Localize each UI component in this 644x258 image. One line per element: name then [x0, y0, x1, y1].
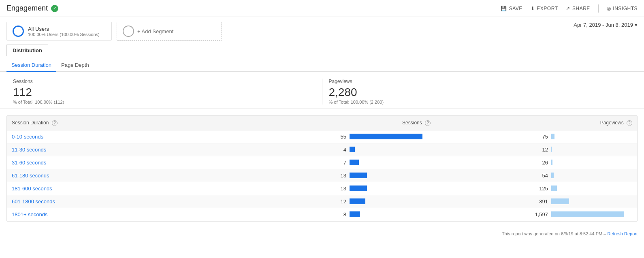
verified-icon: ✓ — [51, 5, 58, 12]
pageviews-bar — [551, 198, 569, 204]
report-generated-text: This report was generated on 6/9/19 at 8… — [502, 231, 602, 236]
all-users-segment[interactable]: All Users 100.00% Users (100.00% Session… — [6, 22, 112, 41]
pageviews-label: Pageviews — [329, 79, 631, 84]
chevron-down-icon: ▾ — [635, 22, 638, 28]
add-segment-label: + Add Segment — [137, 28, 173, 34]
sessions-count: 7 — [334, 160, 346, 166]
pageviews-count: 391 — [532, 198, 548, 205]
table-row: 601-1800 seconds 12 391 — [7, 195, 637, 208]
pageviews-cell: 125 — [435, 182, 637, 195]
sessions-cell: 13 — [228, 182, 435, 195]
sessions-bar — [350, 198, 365, 204]
pageviews-bar-container — [551, 134, 632, 139]
segment-sub: 100.00% Users (100.00% Sessions) — [28, 32, 100, 37]
sessions-bar-container — [350, 186, 431, 191]
pageviews-bar — [551, 160, 552, 165]
divider — [598, 4, 599, 13]
table-body: 0-10 seconds 55 75 11-30 seconds 4 — [7, 130, 637, 221]
sessions-count: 13 — [334, 186, 346, 192]
duration-cell[interactable]: 1801+ seconds — [7, 208, 228, 221]
table-header: Session Duration ? Sessions ? Pageviews … — [7, 116, 637, 130]
pageviews-count: 12 — [532, 147, 548, 153]
table-row: 61-180 seconds 13 54 — [7, 169, 637, 182]
export-icon: ⬇ — [531, 6, 535, 11]
add-segment-button[interactable]: + Add Segment — [117, 22, 222, 41]
pageviews-count: 26 — [532, 160, 548, 166]
page-header: Engagement ✓ 💾 SAVE ⬇ EXPORT ↗ SHARE ◎ I… — [0, 0, 644, 17]
duration-cell[interactable]: 61-180 seconds — [7, 169, 228, 182]
sessions-help-icon[interactable]: ? — [425, 120, 431, 126]
save-icon: 💾 — [501, 6, 507, 11]
pageviews-bar-container — [551, 173, 632, 178]
date-range-picker[interactable]: Apr 7, 2019 - Jun 8, 2019 ▾ — [574, 22, 638, 28]
pageviews-metric: Pageviews 2,280 % of Total: 100.00% (2,2… — [322, 79, 638, 104]
sessions-bar — [350, 147, 355, 152]
save-button[interactable]: 💾 SAVE — [501, 6, 522, 11]
pageviews-cell: 54 — [435, 169, 637, 182]
share-button[interactable]: ↗ SHARE — [566, 6, 590, 11]
segment-name: All Users — [28, 26, 100, 32]
sessions-sub: % of Total: 100.00% (112) — [13, 100, 316, 104]
share-icon: ↗ — [566, 6, 570, 11]
pageviews-cell: 12 — [435, 143, 637, 156]
pageviews-bar-container — [551, 211, 632, 217]
tabs-section: Distribution — [0, 41, 644, 56]
sessions-count: 8 — [334, 211, 346, 217]
export-button[interactable]: ⬇ EXPORT — [531, 6, 558, 11]
distribution-tab[interactable]: Distribution — [7, 45, 48, 56]
pageviews-bar — [551, 134, 554, 139]
pageviews-help-icon[interactable]: ? — [627, 120, 632, 126]
session-duration-help-icon[interactable]: ? — [52, 120, 58, 126]
pageviews-cell: 1,597 — [435, 208, 637, 221]
sessions-bar-container — [350, 211, 431, 217]
sessions-bar — [350, 160, 359, 165]
metrics-row: Sessions 112 % of Total: 100.00% (112) P… — [0, 72, 644, 109]
session-duration-subtab[interactable]: Session Duration — [6, 60, 56, 72]
sessions-bar-container — [350, 198, 431, 204]
sessions-cell: 8 — [228, 208, 435, 221]
add-segment-circle — [123, 26, 134, 37]
pageviews-bar — [551, 147, 552, 152]
sessions-count: 13 — [334, 173, 346, 179]
duration-cell[interactable]: 0-10 seconds — [7, 130, 228, 143]
date-range-label: Apr 7, 2019 - Jun 8, 2019 — [574, 22, 633, 28]
pageviews-bar-container — [551, 160, 632, 165]
pageviews-value: 2,280 — [329, 86, 631, 99]
insights-button[interactable]: ◎ INSIGHTS — [607, 6, 638, 11]
pageviews-bar — [551, 173, 554, 178]
header-left: Engagement ✓ — [6, 4, 58, 13]
pageviews-count: 125 — [532, 186, 548, 192]
pageviews-count: 54 — [532, 173, 548, 179]
segment-circle — [13, 26, 24, 37]
data-table-section: Session Duration ? Sessions ? Pageviews … — [6, 115, 638, 222]
duration-cell[interactable]: 31-60 seconds — [7, 156, 228, 169]
sessions-label: Sessions — [13, 79, 316, 84]
sessions-bar-container — [350, 134, 431, 139]
sessions-bar — [350, 173, 367, 178]
sessions-count: 12 — [334, 198, 346, 205]
distribution-tab-group: Distribution — [6, 45, 48, 56]
pageviews-bar-container — [551, 186, 632, 191]
table-row: 31-60 seconds 7 26 — [7, 156, 637, 169]
header-actions: 💾 SAVE ⬇ EXPORT ↗ SHARE ◎ INSIGHTS — [501, 4, 638, 13]
page-depth-subtab[interactable]: Page Depth — [56, 60, 94, 71]
sessions-bar-container — [350, 147, 431, 152]
duration-cell[interactable]: 181-600 seconds — [7, 182, 228, 195]
sessions-cell: 7 — [228, 156, 435, 169]
table-row: 0-10 seconds 55 75 — [7, 130, 637, 143]
table-row: 181-600 seconds 13 125 — [7, 182, 637, 195]
pageviews-bar — [551, 186, 557, 191]
sessions-cell: 55 — [228, 130, 435, 143]
refresh-report-link[interactable]: Refresh Report — [607, 231, 638, 236]
engagement-table: Session Duration ? Sessions ? Pageviews … — [7, 116, 637, 221]
pageviews-cell: 75 — [435, 130, 637, 143]
insights-icon: ◎ — [607, 6, 611, 11]
duration-cell[interactable]: 601-1800 seconds — [7, 195, 228, 208]
segments-bar: All Users 100.00% Users (100.00% Session… — [6, 22, 222, 41]
pageviews-count: 75 — [532, 134, 548, 140]
session-duration-header: Session Duration ? — [7, 116, 228, 130]
pageviews-bar-container — [551, 198, 632, 204]
duration-cell[interactable]: 11-30 seconds — [7, 143, 228, 156]
sessions-header: Sessions ? — [228, 116, 435, 130]
sessions-bar — [350, 211, 360, 217]
